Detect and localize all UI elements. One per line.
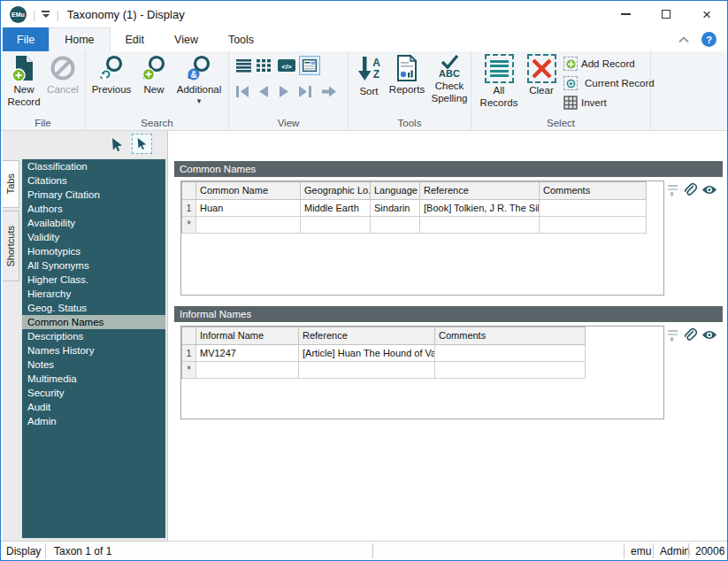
sidebar-item-common-names[interactable]: Common Names [22, 315, 165, 329]
select-cursor-icon[interactable] [111, 137, 124, 152]
cell-language[interactable] [371, 217, 420, 234]
common-names-table[interactable]: Common Name Geographic Lo... Language Re… [181, 181, 647, 234]
cell-reference[interactable] [299, 362, 435, 379]
table-row-new[interactable]: * [182, 217, 647, 234]
emu-logo-icon[interactable]: EMu [10, 6, 27, 23]
column-header-geographic[interactable]: Geographic Lo... [301, 182, 371, 200]
cell-reference[interactable]: [Book] Tolkien, J R. The Sil... [420, 200, 540, 217]
sidebar-item-geog-status[interactable]: Geog. Status [22, 301, 165, 315]
search-previous-button[interactable]: Previous [88, 54, 134, 96]
column-header-informal-name[interactable]: Informal Name [196, 327, 299, 345]
previous-record-icon[interactable] [257, 85, 271, 98]
column-header-reference[interactable]: Reference [299, 327, 435, 345]
clear-selection-button[interactable]: Clear [523, 54, 560, 97]
ribbon-group-tools: AZ Sort Reports ABC [349, 51, 471, 130]
next-record-icon[interactable] [277, 85, 291, 98]
status-port: 20006 [695, 542, 724, 560]
sidebar-item-multimedia[interactable]: Multimedia [22, 372, 165, 386]
view-attachments-eye-icon[interactable] [701, 329, 717, 341]
goto-record-icon[interactable] [321, 85, 337, 98]
close-button[interactable]: × [686, 1, 727, 27]
side-tab-tabs[interactable]: Tabs [3, 160, 19, 208]
cell-geographic[interactable]: Middle Earth [301, 200, 371, 217]
search-additional-button[interactable]: & Additional ▾ [173, 54, 225, 105]
column-header-reference[interactable]: Reference [420, 182, 540, 200]
cancel-button[interactable]: Cancel [45, 54, 80, 96]
help-button[interactable]: ? [701, 32, 717, 47]
tab-file[interactable]: File [3, 27, 49, 51]
code-view-icon[interactable]: </> [278, 58, 295, 73]
form-view-icon [303, 59, 317, 72]
sidebar-item-audit[interactable]: Audit [22, 400, 165, 414]
cell-common-name[interactable]: Huan [196, 200, 301, 217]
search-new-button[interactable]: New [136, 54, 172, 96]
column-header-comments[interactable]: Comments [540, 182, 647, 200]
sidebar-item-descriptions[interactable]: Descriptions [22, 329, 165, 343]
cell-reference[interactable] [420, 217, 540, 234]
sidebar-item-availability[interactable]: Availability [22, 216, 165, 230]
column-header-comments[interactable]: Comments [435, 327, 586, 345]
cell-informal-name[interactable] [196, 362, 299, 379]
fill-down-icon[interactable] [667, 184, 678, 196]
cell-informal-name[interactable]: MV1247 [196, 345, 299, 362]
sidebar-item-admin[interactable]: Admin [22, 414, 165, 428]
tab-view[interactable]: View [159, 27, 213, 51]
table-row-new[interactable]: * [182, 362, 586, 379]
reports-button[interactable]: Reports [386, 54, 428, 96]
new-record-button[interactable]: New Record [4, 54, 43, 109]
sidebar-item-primary-citation[interactable]: Primary Citation [22, 188, 165, 202]
grid-view-icon[interactable] [257, 58, 272, 73]
table-row[interactable]: 1 MV1247 [Article] Huan The Hound of Val… [182, 345, 586, 362]
table-row[interactable]: 1 Huan Middle Earth Sindarin [Book] Tolk… [182, 200, 647, 217]
attachment-icon[interactable] [683, 182, 697, 197]
row-number: 1 [182, 200, 196, 217]
list-view-icon[interactable] [236, 58, 252, 73]
reports-icon [394, 54, 420, 82]
quick-access-dropdown-icon[interactable] [42, 11, 50, 18]
fill-down-icon[interactable] [667, 329, 678, 342]
minimize-button[interactable] [605, 1, 646, 27]
sidebar-item-hierarchy[interactable]: Hierarchy [22, 287, 165, 301]
cell-comments[interactable] [435, 345, 586, 362]
all-records-button[interactable]: All Records [479, 54, 519, 110]
sidebar-item-validity[interactable]: Validity [22, 230, 165, 244]
first-record-icon[interactable] [234, 85, 250, 98]
invert-selection-button[interactable]: Invert [563, 96, 607, 110]
form-view-button-selected[interactable] [299, 56, 320, 75]
column-header-common-name[interactable]: Common Name [196, 182, 301, 200]
cell-comments[interactable] [435, 362, 586, 379]
column-header-rownum [182, 182, 196, 200]
column-header-language[interactable]: Language [371, 182, 420, 200]
sidebar-item-authors[interactable]: Authors [22, 202, 165, 216]
cell-common-name[interactable] [196, 217, 301, 234]
collapse-ribbon-icon[interactable] [678, 36, 689, 43]
informal-names-table[interactable]: Informal Name Reference Comments 1 MV124… [181, 327, 586, 379]
sidebar-item-citations[interactable]: Citations [22, 173, 165, 188]
maximize-button[interactable] [646, 1, 686, 27]
sidebar-item-classification[interactable]: Classification [22, 159, 165, 173]
side-tab-shortcuts[interactable]: Shortcuts [3, 211, 19, 281]
sidebar-item-higher-class[interactable]: Higher Class. [22, 273, 165, 287]
tab-edit[interactable]: Edit [111, 27, 160, 51]
view-attachments-eye-icon[interactable] [701, 184, 717, 196]
cell-language[interactable]: Sindarin [371, 200, 420, 217]
sidebar-item-notes[interactable]: Notes [22, 357, 165, 372]
sidebar-item-names-history[interactable]: Names History [22, 343, 165, 357]
cell-comments[interactable] [540, 217, 647, 234]
cancel-icon [49, 54, 77, 82]
cell-reference[interactable]: [Article] Huan The Hound of Valinor. [299, 345, 435, 362]
cell-comments[interactable] [540, 200, 647, 217]
tab-tools[interactable]: Tools [213, 27, 269, 51]
current-record-button[interactable]: Current Record [563, 76, 655, 90]
check-spelling-button[interactable]: ABC Check Spelling [430, 54, 469, 105]
sidebar-item-homotypics[interactable]: Homotypics [22, 244, 165, 258]
sidebar-item-all-synonyms[interactable]: All Synonyms [22, 258, 165, 273]
sort-button[interactable]: AZ Sort [352, 54, 386, 98]
add-record-button[interactable]: Add Record [563, 57, 635, 71]
tab-home[interactable]: Home [49, 27, 110, 51]
cell-geographic[interactable] [301, 217, 371, 234]
region-select-cursor-button[interactable] [132, 134, 152, 154]
sidebar-item-security[interactable]: Security [22, 386, 165, 400]
last-record-icon[interactable] [297, 85, 313, 98]
attachment-icon[interactable] [683, 327, 697, 342]
